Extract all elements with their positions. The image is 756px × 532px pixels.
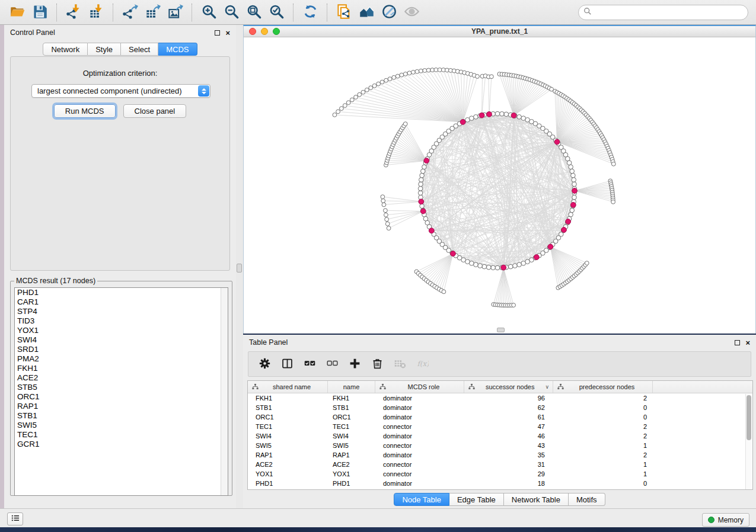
- cell-predecessor-nodes[interactable]: 1: [553, 460, 653, 469]
- import-table-button[interactable]: [86, 2, 106, 23]
- status-list-button[interactable]: [7, 512, 23, 525]
- tab-style[interactable]: Style: [88, 43, 121, 56]
- graph-node[interactable]: [521, 261, 526, 266]
- mcds-result-item[interactable]: STB1: [15, 411, 228, 421]
- graph-leaf-node[interactable]: [611, 200, 615, 204]
- table-scrollbar[interactable]: [745, 394, 752, 489]
- network-graph-canvas[interactable]: [244, 37, 755, 334]
- graph-leaf-node[interactable]: [403, 122, 407, 126]
- run-mcds-button[interactable]: Run MCDS: [54, 104, 116, 118]
- cell-MCDS-role[interactable]: dominator: [375, 479, 464, 488]
- mcds-result-item[interactable]: SRD1: [15, 345, 228, 354]
- graph-leaf-node[interactable]: [611, 162, 615, 166]
- cell-name[interactable]: ACE2: [328, 460, 375, 469]
- graph-leaf-node[interactable]: [384, 78, 388, 82]
- graph-node[interactable]: [517, 115, 522, 120]
- window-zoom-light[interactable]: [273, 28, 280, 35]
- mcds-result-item[interactable]: PHD1: [15, 288, 228, 297]
- column-header-predecessor-nodes[interactable]: predecessor nodes: [553, 381, 653, 393]
- mcds-result-list[interactable]: PHD1CAR1STP4TID3YOX1SWI4SRD1PMA2FKH1ACE2…: [14, 287, 228, 496]
- graph-node[interactable]: [500, 111, 505, 116]
- graph-leaf-node[interactable]: [369, 86, 373, 90]
- graph-leaf-node[interactable]: [365, 88, 369, 92]
- graph-leaf-node[interactable]: [333, 113, 337, 117]
- cell-MCDS-role[interactable]: connector: [375, 469, 464, 479]
- graph-leaf-node[interactable]: [384, 209, 388, 213]
- cell-predecessor-nodes[interactable]: 2: [553, 450, 653, 460]
- criterion-dropdown[interactable]: largest connected component (undirected): [31, 84, 210, 98]
- graph-node[interactable]: [572, 182, 577, 187]
- cell-name[interactable]: PHD1: [328, 479, 375, 488]
- graph-node[interactable]: [572, 195, 577, 200]
- cell-successor-nodes[interactable]: 29: [464, 469, 553, 479]
- graph-leaf-node[interactable]: [400, 73, 404, 77]
- graph-hub-node[interactable]: [501, 265, 506, 270]
- mcds-result-item[interactable]: SWI5: [15, 421, 228, 430]
- mcds-result-item[interactable]: CAR1: [15, 297, 228, 307]
- table-row[interactable]: SWI4SWI4dominator462: [248, 431, 752, 441]
- tab-mcds[interactable]: MCDS: [158, 43, 197, 56]
- graph-leaf-node[interactable]: [346, 101, 350, 105]
- export-table-button[interactable]: [142, 2, 162, 23]
- graph-node[interactable]: [569, 165, 573, 169]
- graph-leaf-node[interactable]: [403, 72, 407, 76]
- graph-node[interactable]: [419, 182, 423, 187]
- graph-hub-node[interactable]: [562, 227, 567, 233]
- graph-node[interactable]: [504, 112, 509, 117]
- apply-layout-button[interactable]: [300, 2, 320, 23]
- column-header-name[interactable]: name: [328, 381, 375, 393]
- graph-leaf-node[interactable]: [490, 75, 494, 79]
- graph-leaf-node[interactable]: [343, 104, 347, 108]
- graph-leaf-node[interactable]: [392, 75, 396, 79]
- tab-motifs[interactable]: Motifs: [569, 493, 605, 506]
- import-network-button[interactable]: [63, 2, 84, 23]
- graph-node[interactable]: [517, 262, 522, 267]
- cell-shared-name[interactable]: RAP1: [248, 450, 328, 460]
- graph-hub-node[interactable]: [420, 209, 426, 214]
- clone-network-button[interactable]: [334, 2, 354, 23]
- table-row[interactable]: ORC1ORC1dominator610: [248, 412, 752, 422]
- graph-node[interactable]: [570, 208, 575, 213]
- cell-MCDS-role[interactable]: connector: [375, 441, 464, 450]
- cell-successor-nodes[interactable]: 61: [464, 412, 553, 422]
- column-header-MCDS-role[interactable]: MCDS role: [375, 381, 464, 393]
- cell-MCDS-role[interactable]: dominator: [375, 412, 464, 422]
- mcds-result-item[interactable]: TEC1: [15, 430, 228, 440]
- cell-successor-nodes[interactable]: 47: [464, 422, 553, 431]
- mcds-result-item[interactable]: PMA2: [15, 354, 228, 364]
- graph-hub-node[interactable]: [511, 113, 516, 118]
- graph-leaf-node[interactable]: [395, 74, 400, 78]
- graph-node[interactable]: [571, 173, 576, 178]
- mcds-result-item[interactable]: FKH1: [15, 364, 228, 373]
- graph-hub-node[interactable]: [460, 120, 465, 125]
- cell-MCDS-role[interactable]: dominator: [375, 431, 464, 441]
- window-minimize-light[interactable]: [261, 28, 268, 35]
- graph-node[interactable]: [572, 178, 576, 182]
- graph-hub-node[interactable]: [548, 244, 553, 249]
- graph-hub-node[interactable]: [487, 111, 492, 117]
- graph-leaf-node[interactable]: [354, 95, 358, 100]
- memory-button[interactable]: Memory: [702, 513, 749, 527]
- cell-predecessor-nodes[interactable]: 2: [553, 431, 653, 441]
- vertical-splitter-handle[interactable]: [237, 264, 242, 273]
- save-session-button[interactable]: [30, 2, 50, 23]
- zoom-in-button[interactable]: [199, 2, 219, 23]
- graph-leaf-node[interactable]: [361, 90, 365, 94]
- cell-successor-nodes[interactable]: 43: [464, 441, 553, 450]
- show-column-panel-button[interactable]: [278, 355, 296, 373]
- cell-MCDS-role[interactable]: dominator: [375, 403, 464, 412]
- graph-leaf-node[interactable]: [340, 107, 344, 111]
- mcds-result-item[interactable]: STB5: [15, 383, 228, 392]
- unselect-all-columns-button[interactable]: [323, 355, 341, 373]
- graph-node[interactable]: [567, 161, 572, 165]
- table-row[interactable]: ACE2ACE2connector311: [248, 460, 752, 469]
- graph-node[interactable]: [421, 169, 426, 174]
- mcds-result-item[interactable]: TID3: [15, 316, 228, 326]
- column-header-successor-nodes[interactable]: successor nodes∨: [464, 381, 553, 393]
- mcds-result-item[interactable]: GCR1: [15, 440, 228, 449]
- graph-leaf-node[interactable]: [442, 290, 446, 294]
- graph-hub-node[interactable]: [572, 188, 578, 194]
- cell-shared-name[interactable]: YOX1: [248, 469, 328, 479]
- zoom-out-button[interactable]: [221, 2, 241, 23]
- cell-successor-nodes[interactable]: 62: [464, 403, 553, 412]
